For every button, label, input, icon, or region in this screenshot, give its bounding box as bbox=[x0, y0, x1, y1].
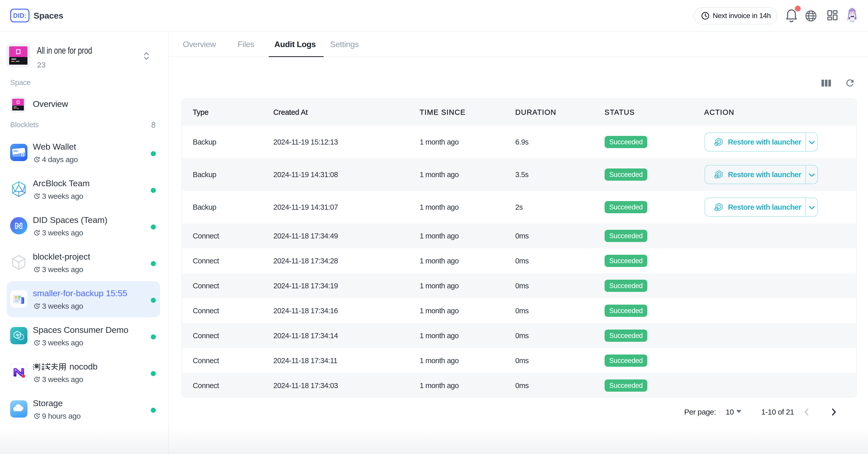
svg-text:DID:: DID: bbox=[13, 149, 19, 153]
